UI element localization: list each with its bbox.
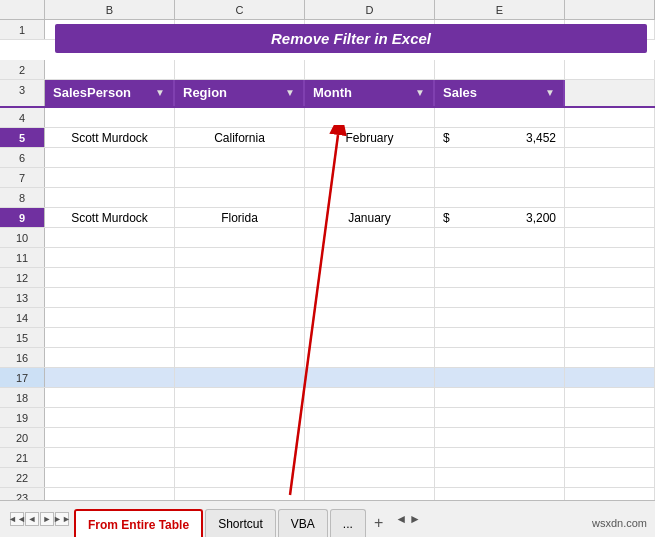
row-16: 16 [0, 348, 655, 368]
col-header-b: B [45, 0, 175, 19]
row-num-8: 8 [0, 188, 45, 207]
filter-icon-month[interactable]: ▼ [415, 79, 425, 107]
cell-d9: January [305, 208, 435, 227]
row-13: 13 [0, 288, 655, 308]
row-10: 10 [0, 228, 655, 248]
col-header-d: D [305, 0, 435, 19]
row-6: 6 [0, 148, 655, 168]
table-header-sales: Sales ▼ [435, 80, 565, 106]
filter-icon-region[interactable]: ▼ [285, 79, 295, 107]
row-num-7: 7 [0, 168, 45, 187]
table-header-salesperson: SalesPerson ▼ [45, 80, 175, 106]
add-sheet-button[interactable]: + [368, 509, 389, 537]
filter-icon-sales[interactable]: ▼ [545, 79, 555, 107]
cell-rest-5 [565, 128, 655, 147]
row-num-4: 4 [0, 108, 45, 127]
row-num-6: 6 [0, 148, 45, 167]
row-8: 8 [0, 188, 655, 208]
cell-b9: Scott Murdock [45, 208, 175, 227]
row-num-9: 9 [0, 208, 45, 227]
row-num-1: 1 [0, 20, 45, 39]
row-12: 12 [0, 268, 655, 288]
row-21: 21 [0, 448, 655, 468]
row-17: 17 [0, 368, 655, 388]
cell-d5: February [305, 128, 435, 147]
table-header-region: Region ▼ [175, 80, 305, 106]
row-18: 18 [0, 388, 655, 408]
data-row-1: 5 Scott Murdock California February $ 3,… [0, 128, 655, 148]
tab-bar: ◄◄ ◄ ► ►► From Entire Table Shortcut VBA… [0, 500, 655, 537]
row-4: 4 [0, 108, 655, 128]
data-row-2: 9 Scott Murdock Florida January $ 3,200 [0, 208, 655, 228]
cell-rest-3 [565, 80, 655, 106]
tab-shortcut[interactable]: Shortcut [205, 509, 276, 537]
row-7: 7 [0, 168, 655, 188]
tab-from-entire-table[interactable]: From Entire Table [74, 509, 203, 537]
row-15: 15 [0, 328, 655, 348]
cell-c9: Florida [175, 208, 305, 227]
filter-icon-salesperson[interactable]: ▼ [155, 79, 165, 107]
row-22: 22 [0, 468, 655, 488]
cell-e5: $ 3,452 [435, 128, 565, 147]
cell-c4 [175, 108, 305, 127]
column-headers: B C D E [0, 0, 655, 20]
cell-e2 [435, 60, 565, 79]
table-header-month: Month ▼ [305, 80, 435, 106]
col-header-e: E [435, 0, 565, 19]
row-num-2: 2 [0, 60, 45, 79]
nav-right[interactable]: ► [40, 512, 54, 526]
row-2: 2 [0, 60, 655, 80]
scroll-arrows: ◄► [395, 512, 421, 526]
tab-vba[interactable]: VBA [278, 509, 328, 537]
corner-cell [0, 0, 45, 19]
cell-c5: California [175, 128, 305, 147]
cell-b4 [45, 108, 175, 127]
cell-d4 [305, 108, 435, 127]
row-num-3: 3 [0, 80, 45, 106]
watermark: wsxdn.com [592, 517, 647, 529]
col-header-c: C [175, 0, 305, 19]
sheet-nav: ◄◄ ◄ ► ►► [10, 512, 70, 526]
cell-c2 [175, 60, 305, 79]
row-14: 14 [0, 308, 655, 328]
row-num-5: 5 [0, 128, 45, 147]
cell-e9: $ 3,200 [435, 208, 565, 227]
cell-d2 [305, 60, 435, 79]
row-19: 19 [0, 408, 655, 428]
cell-rest-4 [565, 108, 655, 127]
page-title: Remove Filter in Excel [55, 24, 647, 53]
cell-rest-9 [565, 208, 655, 227]
nav-last[interactable]: ►► [55, 512, 69, 526]
cell-b5: Scott Murdock [45, 128, 175, 147]
tab-more[interactable]: ... [330, 509, 366, 537]
cell-rest-2 [565, 60, 655, 79]
cell-e4 [435, 108, 565, 127]
nav-left[interactable]: ◄ [25, 512, 39, 526]
nav-first[interactable]: ◄◄ [10, 512, 24, 526]
spreadsheet-area: B C D E 1 Remove Filter in Excel 2 3 Sal… [0, 0, 655, 500]
cell-b2 [45, 60, 175, 79]
table-header-row: 3 SalesPerson ▼ Region ▼ Month ▼ Sales ▼ [0, 80, 655, 108]
row-11: 11 [0, 248, 655, 268]
row-20: 20 [0, 428, 655, 448]
col-header-rest [565, 0, 655, 19]
